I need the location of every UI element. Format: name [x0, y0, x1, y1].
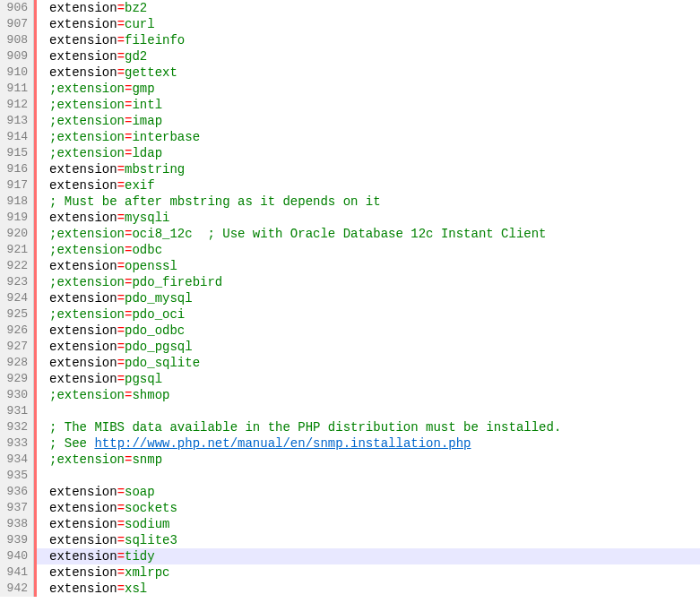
code-line[interactable]: 915;extension=ldap — [0, 145, 700, 161]
code-content[interactable]: extension=mbstring — [37, 161, 185, 177]
line-number: 914 — [0, 129, 34, 145]
code-line[interactable]: 919extension=mysqli — [0, 210, 700, 226]
code-content[interactable]: extension=exif — [37, 177, 155, 194]
code-content[interactable]: ; The MIBS data available in the PHP dis… — [37, 419, 561, 435]
code-content[interactable]: ;extension=odbc — [37, 242, 162, 258]
ini-value: sqlite3 — [125, 533, 177, 547]
line-number: 930 — [0, 387, 34, 403]
code-content[interactable]: extension=pgsql — [37, 371, 162, 387]
code-line[interactable]: 928extension=pdo_sqlite — [0, 355, 700, 371]
code-line[interactable]: 937extension=sockets — [0, 500, 700, 516]
code-line[interactable]: 909extension=gd2 — [0, 48, 700, 65]
code-line[interactable]: 908extension=fileinfo — [0, 32, 700, 48]
code-line[interactable]: 921;extension=odbc — [0, 242, 700, 258]
code-content[interactable]: extension=pdo_odbc — [37, 323, 185, 339]
code-line[interactable]: 920;extension=oci8_12c ; Use with Oracle… — [0, 226, 700, 242]
code-line[interactable]: 934;extension=snmp — [0, 452, 700, 468]
code-line[interactable]: 924extension=pdo_mysql — [0, 290, 700, 306]
code-content[interactable]: extension=gettext — [37, 65, 177, 81]
code-line[interactable]: 932; The MIBS data available in the PHP … — [0, 419, 700, 435]
code-line[interactable]: 927extension=pdo_pgsql — [0, 339, 700, 355]
code-content[interactable]: ;extension=oci8_12c ; Use with Oracle Da… — [37, 226, 547, 242]
code-content[interactable]: extension=openssl — [37, 258, 177, 274]
ini-key: extension — [49, 49, 117, 64]
code-content[interactable]: ;extension=ldap — [37, 145, 162, 161]
code-line[interactable]: 931 — [0, 403, 700, 419]
code-line[interactable]: 912;extension=intl — [0, 97, 700, 113]
equals-sign: = — [117, 65, 125, 80]
line-number: 918 — [0, 194, 34, 210]
code-line[interactable]: 910extension=gettext — [0, 65, 700, 81]
code-line[interactable]: 930;extension=shmop — [0, 387, 700, 403]
ini-value: bz2 — [125, 1, 147, 15]
ini-key: extension — [49, 356, 117, 370]
code-line[interactable]: 926extension=pdo_odbc — [0, 323, 700, 339]
commented-value: snmp — [132, 452, 162, 467]
commented-value: interbase — [132, 130, 200, 144]
code-content[interactable]: extension=soap — [37, 484, 155, 500]
code-line[interactable]: 933; See http://www.php.net/manual/en/sn… — [0, 435, 700, 452]
code-content[interactable]: extension=sqlite3 — [37, 532, 177, 548]
code-content[interactable]: extension=pdo_sqlite — [37, 355, 200, 371]
line-number: 911 — [0, 81, 34, 97]
code-content[interactable]: ;extension=interbase — [37, 129, 200, 145]
code-line[interactable]: 940extension=tidy — [0, 548, 700, 564]
ini-key: extension — [49, 162, 117, 177]
commented-value: odbc — [132, 243, 162, 257]
code-line[interactable]: 936extension=soap — [0, 484, 700, 500]
code-line[interactable]: 939extension=sqlite3 — [0, 532, 700, 548]
code-line[interactable]: 942extension=xsl — [0, 581, 700, 597]
code-line[interactable]: 922extension=openssl — [0, 258, 700, 274]
code-content[interactable]: extension=tidy — [37, 548, 155, 564]
code-line[interactable]: 925;extension=pdo_oci — [0, 306, 700, 323]
code-content[interactable]: extension=sockets — [37, 500, 177, 516]
code-content[interactable]: ;extension=pdo_oci — [37, 306, 185, 323]
code-content[interactable]: ;extension=intl — [37, 97, 162, 113]
code-content[interactable]: extension=xmlrpc — [37, 564, 169, 581]
code-line[interactable]: 923;extension=pdo_firebird — [0, 274, 700, 290]
code-content[interactable]: ;extension=snmp — [37, 452, 162, 468]
code-content[interactable]: ;extension=imap — [37, 113, 162, 129]
code-line[interactable]: 906extension=bz2 — [0, 0, 700, 16]
code-content[interactable]: extension=mysqli — [37, 210, 169, 226]
commented-value: pdo_firebird — [132, 275, 222, 289]
equals-sign: = — [117, 1, 125, 15]
code-content[interactable]: extension=sodium — [37, 516, 169, 532]
line-number: 928 — [0, 355, 34, 371]
code-line[interactable]: 917extension=exif — [0, 177, 700, 194]
code-line[interactable]: 907extension=curl — [0, 16, 700, 32]
code-line[interactable]: 911;extension=gmp — [0, 81, 700, 97]
line-number: 916 — [0, 161, 34, 177]
code-content[interactable]: ; Must be after mbstring as it depends o… — [37, 194, 381, 210]
code-content[interactable]: extension=xsl — [37, 581, 147, 597]
line-number: 942 — [0, 581, 34, 597]
comment-url[interactable]: http://www.php.net/manual/en/snmp.instal… — [94, 436, 471, 451]
line-number: 940 — [0, 548, 34, 564]
comment-text: ; See — [49, 436, 94, 451]
code-line[interactable]: 935 — [0, 468, 700, 484]
change-marker — [34, 403, 37, 419]
commented-value: intl — [132, 98, 162, 112]
commented-value: oci8_12c — [132, 227, 192, 241]
code-content[interactable]: ; See http://www.php.net/manual/en/snmp.… — [37, 435, 471, 452]
code-content[interactable]: ;extension=shmop — [37, 387, 169, 403]
code-line[interactable]: 938extension=sodium — [0, 516, 700, 532]
code-editor[interactable]: 906extension=bz2907extension=curl908exte… — [0, 0, 700, 597]
code-content[interactable]: extension=gd2 — [37, 48, 147, 65]
code-line[interactable]: 914;extension=interbase — [0, 129, 700, 145]
code-content[interactable]: extension=bz2 — [37, 0, 147, 16]
code-line[interactable]: 941extension=xmlrpc — [0, 564, 700, 581]
code-line[interactable]: 913;extension=imap — [0, 113, 700, 129]
code-content[interactable]: extension=curl — [37, 16, 155, 32]
ini-key: extension — [49, 291, 117, 306]
code-content[interactable]: ;extension=gmp — [37, 81, 155, 97]
code-line[interactable]: 918; Must be after mbstring as it depend… — [0, 194, 700, 210]
code-line[interactable]: 929extension=pgsql — [0, 371, 700, 387]
code-line[interactable]: 916extension=mbstring — [0, 161, 700, 177]
code-content[interactable]: extension=pdo_mysql — [37, 290, 193, 306]
line-number: 933 — [0, 435, 34, 452]
code-content[interactable]: extension=pdo_pgsql — [37, 339, 193, 355]
equals-sign: = — [117, 49, 125, 64]
code-content[interactable]: ;extension=pdo_firebird — [37, 274, 222, 290]
code-content[interactable]: extension=fileinfo — [37, 32, 185, 48]
